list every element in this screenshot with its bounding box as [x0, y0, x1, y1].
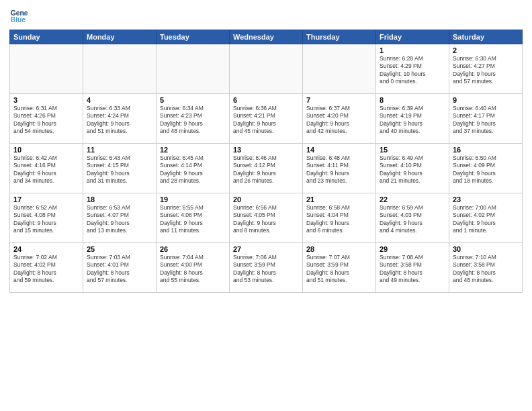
day-info: Sunrise: 7:02 AM Sunset: 4:02 PM Dayligh…	[13, 254, 79, 285]
calendar-cell: 20Sunrise: 6:56 AM Sunset: 4:05 PM Dayli…	[230, 193, 303, 243]
day-info: Sunrise: 6:36 AM Sunset: 4:21 PM Dayligh…	[233, 105, 299, 136]
calendar-cell: 25Sunrise: 7:03 AM Sunset: 4:01 PM Dayli…	[83, 243, 157, 293]
day-info: Sunrise: 6:55 AM Sunset: 4:06 PM Dayligh…	[160, 204, 226, 235]
day-number: 11	[87, 146, 152, 154]
day-info: Sunrise: 6:46 AM Sunset: 4:12 PM Dayligh…	[233, 154, 299, 185]
day-info: Sunrise: 6:33 AM Sunset: 4:24 PM Dayligh…	[87, 105, 152, 136]
day-number: 28	[306, 245, 372, 253]
day-info: Sunrise: 7:00 AM Sunset: 4:02 PM Dayligh…	[453, 204, 519, 235]
calendar-cell: 21Sunrise: 6:58 AM Sunset: 4:04 PM Dayli…	[303, 193, 376, 243]
day-number: 25	[87, 245, 152, 253]
day-info: Sunrise: 6:37 AM Sunset: 4:20 PM Dayligh…	[306, 105, 372, 136]
header: General Blue	[9, 7, 523, 26]
day-number: 5	[160, 96, 226, 104]
day-number: 17	[13, 195, 79, 203]
calendar-week-row: 24Sunrise: 7:02 AM Sunset: 4:02 PM Dayli…	[10, 243, 523, 293]
day-number: 3	[13, 96, 79, 104]
calendar-cell: 19Sunrise: 6:55 AM Sunset: 4:06 PM Dayli…	[157, 193, 230, 243]
svg-text:Blue: Blue	[11, 16, 26, 24]
day-number: 20	[233, 195, 299, 203]
calendar-cell: 11Sunrise: 6:43 AM Sunset: 4:15 PM Dayli…	[83, 144, 157, 193]
calendar-week-row: 10Sunrise: 6:42 AM Sunset: 4:16 PM Dayli…	[10, 144, 523, 193]
calendar-cell: 23Sunrise: 7:00 AM Sunset: 4:02 PM Dayli…	[449, 193, 523, 243]
day-number: 29	[380, 245, 445, 253]
weekday-header: Friday	[376, 30, 449, 44]
weekday-header: Monday	[83, 30, 157, 44]
day-info: Sunrise: 7:06 AM Sunset: 3:59 PM Dayligh…	[233, 254, 299, 285]
day-info: Sunrise: 6:39 AM Sunset: 4:19 PM Dayligh…	[380, 105, 445, 136]
calendar-cell: 30Sunrise: 7:10 AM Sunset: 3:58 PM Dayli…	[449, 243, 523, 293]
calendar-cell: 8Sunrise: 6:39 AM Sunset: 4:19 PM Daylig…	[376, 94, 449, 144]
day-number: 1	[380, 46, 445, 54]
calendar-header-row: SundayMondayTuesdayWednesdayThursdayFrid…	[10, 30, 523, 44]
day-number: 21	[306, 195, 372, 203]
day-info: Sunrise: 6:42 AM Sunset: 4:16 PM Dayligh…	[13, 154, 79, 185]
calendar-cell: 16Sunrise: 6:50 AM Sunset: 4:09 PM Dayli…	[449, 144, 523, 193]
day-number: 24	[13, 245, 79, 253]
day-info: Sunrise: 7:07 AM Sunset: 3:59 PM Dayligh…	[306, 254, 372, 285]
day-info: Sunrise: 6:31 AM Sunset: 4:26 PM Dayligh…	[13, 105, 79, 136]
day-info: Sunrise: 7:08 AM Sunset: 3:58 PM Dayligh…	[380, 254, 445, 285]
day-number: 12	[160, 146, 226, 154]
calendar-cell: 13Sunrise: 6:46 AM Sunset: 4:12 PM Dayli…	[230, 144, 303, 193]
calendar-cell: 4Sunrise: 6:33 AM Sunset: 4:24 PM Daylig…	[83, 94, 157, 144]
calendar-table: SundayMondayTuesdayWednesdayThursdayFrid…	[9, 30, 523, 293]
day-info: Sunrise: 6:28 AM Sunset: 4:29 PM Dayligh…	[380, 55, 445, 86]
calendar-cell: 17Sunrise: 6:52 AM Sunset: 4:08 PM Dayli…	[10, 193, 83, 243]
day-info: Sunrise: 6:43 AM Sunset: 4:15 PM Dayligh…	[87, 154, 152, 185]
calendar-week-row: 3Sunrise: 6:31 AM Sunset: 4:26 PM Daylig…	[10, 94, 523, 144]
calendar-cell: 9Sunrise: 6:40 AM Sunset: 4:17 PM Daylig…	[449, 94, 523, 144]
day-number: 15	[380, 146, 445, 154]
weekday-header: Wednesday	[230, 30, 303, 44]
day-number: 4	[87, 96, 152, 104]
day-info: Sunrise: 6:56 AM Sunset: 4:05 PM Dayligh…	[233, 204, 299, 235]
calendar-cell	[303, 44, 376, 94]
calendar-cell: 22Sunrise: 6:59 AM Sunset: 4:03 PM Dayli…	[376, 193, 449, 243]
calendar-cell: 7Sunrise: 6:37 AM Sunset: 4:20 PM Daylig…	[303, 94, 376, 144]
calendar-cell: 15Sunrise: 6:49 AM Sunset: 4:10 PM Dayli…	[376, 144, 449, 193]
page-container: General Blue SundayMondayTuesdayWednesda…	[0, 0, 532, 411]
day-info: Sunrise: 6:45 AM Sunset: 4:14 PM Dayligh…	[160, 154, 226, 185]
day-number: 16	[453, 146, 519, 154]
calendar-cell: 29Sunrise: 7:08 AM Sunset: 3:58 PM Dayli…	[376, 243, 449, 293]
logo-icon: General Blue	[9, 7, 28, 26]
calendar-cell: 6Sunrise: 6:36 AM Sunset: 4:21 PM Daylig…	[230, 94, 303, 144]
day-number: 14	[306, 146, 372, 154]
weekday-header: Sunday	[10, 30, 83, 44]
calendar-cell: 12Sunrise: 6:45 AM Sunset: 4:14 PM Dayli…	[157, 144, 230, 193]
calendar-cell: 28Sunrise: 7:07 AM Sunset: 3:59 PM Dayli…	[303, 243, 376, 293]
calendar-cell: 14Sunrise: 6:48 AM Sunset: 4:11 PM Dayli…	[303, 144, 376, 193]
calendar-cell: 5Sunrise: 6:34 AM Sunset: 4:23 PM Daylig…	[157, 94, 230, 144]
calendar-week-row: 1Sunrise: 6:28 AM Sunset: 4:29 PM Daylig…	[10, 44, 523, 94]
day-info: Sunrise: 6:53 AM Sunset: 4:07 PM Dayligh…	[87, 204, 152, 235]
calendar-cell: 18Sunrise: 6:53 AM Sunset: 4:07 PM Dayli…	[83, 193, 157, 243]
calendar-cell: 24Sunrise: 7:02 AM Sunset: 4:02 PM Dayli…	[10, 243, 83, 293]
day-info: Sunrise: 6:52 AM Sunset: 4:08 PM Dayligh…	[13, 204, 79, 235]
day-info: Sunrise: 6:50 AM Sunset: 4:09 PM Dayligh…	[453, 154, 519, 185]
calendar-cell	[230, 44, 303, 94]
day-info: Sunrise: 7:03 AM Sunset: 4:01 PM Dayligh…	[87, 254, 152, 285]
day-number: 8	[380, 96, 445, 104]
calendar-cell	[10, 44, 83, 94]
weekday-header: Tuesday	[157, 30, 230, 44]
logo: General Blue	[9, 7, 31, 26]
day-number: 2	[453, 46, 519, 54]
calendar-cell: 2Sunrise: 6:30 AM Sunset: 4:27 PM Daylig…	[449, 44, 523, 94]
day-info: Sunrise: 7:10 AM Sunset: 3:58 PM Dayligh…	[453, 254, 519, 285]
day-number: 7	[306, 96, 372, 104]
day-number: 18	[87, 195, 152, 203]
calendar-week-row: 17Sunrise: 6:52 AM Sunset: 4:08 PM Dayli…	[10, 193, 523, 243]
day-number: 26	[160, 245, 226, 253]
calendar-cell: 10Sunrise: 6:42 AM Sunset: 4:16 PM Dayli…	[10, 144, 83, 193]
day-number: 6	[233, 96, 299, 104]
day-info: Sunrise: 6:34 AM Sunset: 4:23 PM Dayligh…	[160, 105, 226, 136]
day-number: 19	[160, 195, 226, 203]
weekday-header: Thursday	[303, 30, 376, 44]
day-number: 30	[453, 245, 519, 253]
day-number: 9	[453, 96, 519, 104]
day-info: Sunrise: 6:59 AM Sunset: 4:03 PM Dayligh…	[380, 204, 445, 235]
calendar-cell	[157, 44, 230, 94]
weekday-header: Saturday	[449, 30, 523, 44]
calendar-cell: 1Sunrise: 6:28 AM Sunset: 4:29 PM Daylig…	[376, 44, 449, 94]
day-info: Sunrise: 6:49 AM Sunset: 4:10 PM Dayligh…	[380, 154, 445, 185]
